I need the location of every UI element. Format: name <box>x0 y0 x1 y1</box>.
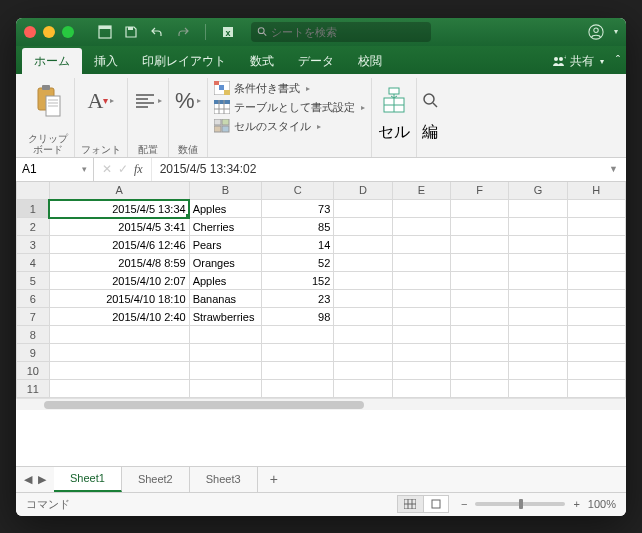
cell[interactable] <box>392 218 450 236</box>
zoom-slider[interactable] <box>475 502 565 506</box>
search-input[interactable] <box>271 26 425 38</box>
col-header[interactable]: C <box>261 182 333 200</box>
tab-insert[interactable]: 挿入 <box>82 48 130 74</box>
cell[interactable] <box>509 290 567 308</box>
tab-review[interactable]: 校閲 <box>346 48 394 74</box>
user-icon[interactable] <box>588 24 604 40</box>
cell[interactable] <box>392 380 450 398</box>
cell[interactable] <box>567 344 625 362</box>
cell[interactable] <box>334 326 392 344</box>
cell[interactable] <box>334 200 392 218</box>
cell[interactable] <box>509 254 567 272</box>
fullscreen-icon[interactable] <box>62 26 74 38</box>
cell[interactable] <box>567 200 625 218</box>
row-header[interactable]: 8 <box>17 326 50 344</box>
cell[interactable] <box>392 362 450 380</box>
sheet-tab[interactable]: Sheet2 <box>122 467 190 492</box>
chevron-down-icon[interactable]: ▾ <box>82 164 87 174</box>
cells-button[interactable] <box>379 80 409 122</box>
row-header[interactable]: 5 <box>17 272 50 290</box>
alignment-button[interactable]: ▸ <box>134 80 162 122</box>
cell[interactable]: Cherries <box>189 218 261 236</box>
cell[interactable] <box>334 308 392 326</box>
ribbon-collapse-icon[interactable]: ˆ <box>616 54 620 68</box>
row-header[interactable]: 3 <box>17 236 50 254</box>
spreadsheet-grid[interactable]: A B C D E F G H 12015/4/5 13:34Apples732… <box>16 182 626 466</box>
cell[interactable] <box>392 236 450 254</box>
sheet-tab[interactable]: Sheet1 <box>54 467 122 492</box>
name-box[interactable]: A1▾ <box>16 158 94 181</box>
close-icon[interactable] <box>24 26 36 38</box>
formula-input[interactable]: 2015/4/5 13:34:02 <box>152 162 601 176</box>
cell[interactable]: 2015/4/5 13:34 <box>49 200 189 218</box>
cell[interactable] <box>334 290 392 308</box>
cell[interactable] <box>450 236 508 254</box>
cell[interactable] <box>392 308 450 326</box>
cell[interactable]: Oranges <box>189 254 261 272</box>
tab-formulas[interactable]: 数式 <box>238 48 286 74</box>
row-header[interactable]: 4 <box>17 254 50 272</box>
cell[interactable] <box>567 236 625 254</box>
sheet-next-icon[interactable]: ▶ <box>38 473 46 486</box>
cell[interactable]: Pears <box>189 236 261 254</box>
cell[interactable] <box>49 344 189 362</box>
cell[interactable] <box>509 362 567 380</box>
cell[interactable]: Apples <box>189 272 261 290</box>
cell[interactable] <box>450 326 508 344</box>
cell[interactable] <box>567 272 625 290</box>
cell[interactable] <box>261 344 333 362</box>
cell[interactable]: 14 <box>261 236 333 254</box>
cell[interactable]: 2015/4/5 3:41 <box>49 218 189 236</box>
zoom-in-button[interactable]: + <box>573 498 579 510</box>
cell[interactable] <box>509 218 567 236</box>
cell[interactable] <box>450 218 508 236</box>
font-button[interactable]: A▾▸ <box>88 80 115 122</box>
cell-styles-button[interactable]: セルのスタイル▸ <box>212 118 367 135</box>
col-header[interactable]: E <box>392 182 450 200</box>
cell[interactable] <box>49 362 189 380</box>
cell[interactable]: 2015/4/6 12:46 <box>49 236 189 254</box>
row-header[interactable]: 6 <box>17 290 50 308</box>
cell[interactable] <box>509 344 567 362</box>
row-header[interactable]: 10 <box>17 362 50 380</box>
share-button[interactable]: 共有 <box>570 53 594 70</box>
cell[interactable] <box>392 200 450 218</box>
cell[interactable] <box>189 344 261 362</box>
cell[interactable]: Bananas <box>189 290 261 308</box>
cell[interactable] <box>334 344 392 362</box>
cell[interactable] <box>567 290 625 308</box>
cell[interactable] <box>334 272 392 290</box>
col-header[interactable]: H <box>567 182 625 200</box>
undo-icon[interactable] <box>149 24 165 40</box>
zoom-level[interactable]: 100% <box>588 498 616 510</box>
cell[interactable] <box>49 380 189 398</box>
col-header[interactable]: D <box>334 182 392 200</box>
add-sheet-button[interactable]: + <box>258 467 290 492</box>
cell[interactable]: Apples <box>189 200 261 218</box>
cell[interactable] <box>261 362 333 380</box>
cell[interactable]: 52 <box>261 254 333 272</box>
minimize-icon[interactable] <box>43 26 55 38</box>
cell[interactable] <box>509 236 567 254</box>
excel-app-icon[interactable]: x <box>220 24 236 40</box>
cell[interactable] <box>450 362 508 380</box>
tab-home[interactable]: ホーム <box>22 48 82 74</box>
col-header[interactable]: F <box>450 182 508 200</box>
row-header[interactable]: 9 <box>17 344 50 362</box>
row-header[interactable]: 7 <box>17 308 50 326</box>
cell[interactable] <box>49 326 189 344</box>
cell[interactable]: 152 <box>261 272 333 290</box>
cell[interactable] <box>509 308 567 326</box>
cell[interactable]: 85 <box>261 218 333 236</box>
cell[interactable] <box>392 326 450 344</box>
tab-page-layout[interactable]: 印刷レイアウト <box>130 48 238 74</box>
save-icon[interactable] <box>123 24 139 40</box>
cell[interactable] <box>450 380 508 398</box>
cell[interactable] <box>261 380 333 398</box>
paste-button[interactable] <box>31 80 65 122</box>
cell[interactable] <box>567 218 625 236</box>
row-header[interactable]: 2 <box>17 218 50 236</box>
cell[interactable] <box>450 290 508 308</box>
cell[interactable] <box>450 272 508 290</box>
cell[interactable] <box>567 380 625 398</box>
